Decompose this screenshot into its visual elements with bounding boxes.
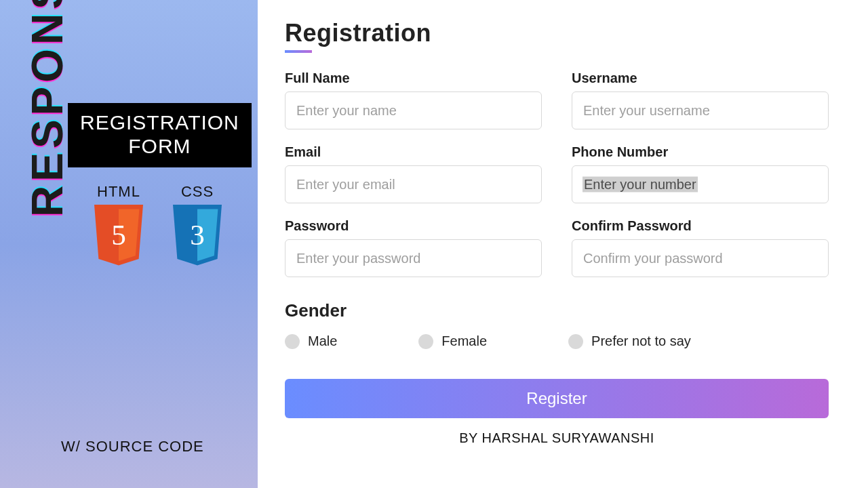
- label-confirm-password: Confirm Password: [572, 218, 829, 234]
- title-badge: REGISTRATION FORM: [68, 103, 252, 167]
- html5-icon: 5: [92, 205, 146, 267]
- radio-dot-icon: [418, 334, 433, 349]
- tech-logos: HTML 5 CSS 3: [92, 183, 224, 267]
- label-email: Email: [285, 144, 542, 160]
- label-username: Username: [572, 70, 829, 86]
- badge-line1: REGISTRATION: [80, 111, 239, 135]
- responsive-text: RESPONSIVE: [22, 0, 73, 217]
- gender-title: Gender: [285, 300, 829, 321]
- byline: BY HARSHAL SURYAWANSHI: [285, 430, 829, 446]
- radio-female[interactable]: Female: [418, 333, 487, 349]
- svg-text:3: 3: [190, 219, 205, 251]
- html-label: HTML: [92, 183, 146, 201]
- css3-icon: 3: [170, 205, 224, 267]
- svg-text:5: 5: [111, 219, 126, 251]
- radio-prefer-not[interactable]: Prefer not to say: [568, 333, 691, 349]
- field-password: Password: [285, 218, 542, 277]
- input-phone[interactable]: [572, 165, 829, 203]
- page-title: Registration: [285, 19, 829, 47]
- css-logo: CSS 3: [170, 183, 224, 267]
- badge-line2: FORM: [80, 135, 239, 159]
- field-phone: Phone Number Enter your number: [572, 144, 829, 203]
- css-label: CSS: [170, 183, 224, 201]
- field-email: Email: [285, 144, 542, 203]
- html-logo: HTML 5: [92, 183, 146, 267]
- radio-male-label: Male: [308, 333, 337, 349]
- source-code-text: W/ SOURCE CODE: [61, 438, 204, 455]
- field-full-name: Full Name: [285, 70, 542, 129]
- label-full-name: Full Name: [285, 70, 542, 86]
- field-confirm-password: Confirm Password: [572, 218, 829, 277]
- fields-grid: Full Name Username Email Phone Number En…: [285, 70, 829, 277]
- input-username[interactable]: [572, 92, 829, 129]
- radio-male[interactable]: Male: [285, 333, 337, 349]
- input-email[interactable]: [285, 165, 542, 203]
- radio-female-label: Female: [441, 333, 487, 349]
- field-username: Username: [572, 70, 829, 129]
- input-full-name[interactable]: [285, 92, 542, 129]
- radio-dot-icon: [568, 334, 583, 349]
- radio-dot-icon: [285, 334, 300, 349]
- form-panel: Registration Full Name Username Email Ph…: [258, 0, 868, 488]
- gender-options: Male Female Prefer not to say: [285, 333, 829, 349]
- radio-prefer-not-label: Prefer not to say: [591, 333, 691, 349]
- register-button[interactable]: Register: [285, 379, 829, 418]
- promo-panel: RESPONSIVE REGISTRATION FORM HTML 5 CSS …: [0, 0, 258, 488]
- input-confirm-password[interactable]: [572, 239, 829, 277]
- label-password: Password: [285, 218, 542, 234]
- title-underline: [285, 50, 312, 53]
- input-password[interactable]: [285, 239, 542, 277]
- label-phone: Phone Number: [572, 144, 829, 160]
